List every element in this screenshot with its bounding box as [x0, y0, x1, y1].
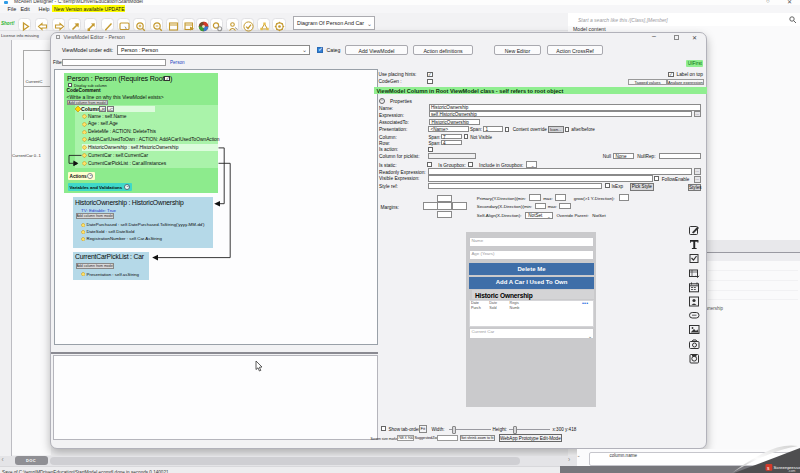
- svg-text:Screenpresso: Screenpresso: [774, 465, 800, 470]
- svg-text:.com: .com: [788, 469, 796, 473]
